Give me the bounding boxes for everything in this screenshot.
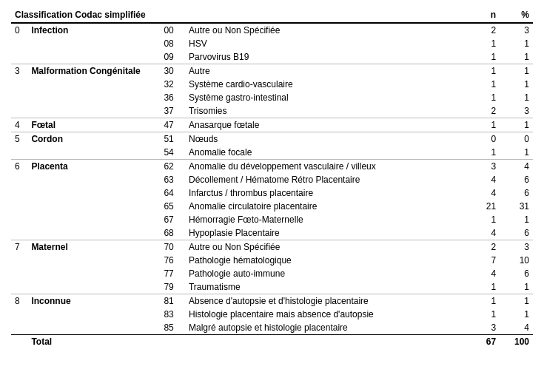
category-number: 5 <box>11 132 27 146</box>
percent-value: 6 <box>500 186 533 200</box>
table-row: 6Placenta62Anomalie du développement vas… <box>11 160 533 174</box>
subcategory-number: 62 <box>160 160 185 174</box>
category-label: Maternel <box>27 240 160 254</box>
subcategory-number: 09 <box>160 50 185 64</box>
category-number <box>11 37 27 50</box>
category-label <box>27 104 160 118</box>
category-number: 3 <box>11 64 27 78</box>
subcategory-number: 76 <box>160 254 185 267</box>
table-row: 85Malgré autopsie et histologie placenta… <box>11 321 533 335</box>
category-number <box>11 226 27 240</box>
subcategory-label: HSV <box>185 37 466 50</box>
table-row: 77Pathologie auto-immune46 <box>11 267 533 280</box>
count-value: 1 <box>466 50 500 64</box>
subcategory-label: Traumatisme <box>185 280 466 294</box>
percent-value: 4 <box>500 321 533 335</box>
percent-value: 1 <box>500 294 533 308</box>
category-number <box>11 50 27 64</box>
percent-value: 6 <box>500 173 533 186</box>
subcategory-label: Malgré autopsie et histologie placentair… <box>185 321 466 335</box>
percent-value: 4 <box>500 160 533 174</box>
count-value: 4 <box>466 267 500 280</box>
category-number: 7 <box>11 240 27 254</box>
subcategory-label: Anomalie focale <box>185 146 466 160</box>
total-row: Total67100 <box>11 335 533 349</box>
percent-value: 10 <box>500 254 533 267</box>
table-row: 63Décollement / Hématome Rétro Placentai… <box>11 173 533 186</box>
percent-value: 1 <box>500 50 533 64</box>
table-row: 4Fœtal47Anasarque fœtale11 <box>11 118 533 132</box>
table-row: 7Maternel70Autre ou Non Spécifiée23 <box>11 240 533 254</box>
table-header-pct: % <box>500 7 533 23</box>
category-label <box>27 213 160 226</box>
category-label <box>27 321 160 335</box>
subcategory-number: 65 <box>160 200 185 213</box>
count-value: 1 <box>466 146 500 160</box>
subcategory-number: 51 <box>160 132 185 146</box>
table-row: 09Parvovirus B1911 <box>11 50 533 64</box>
subcategory-label: Infarctus / thrombus placentaire <box>185 186 466 200</box>
subcategory-number: 63 <box>160 173 185 186</box>
category-number <box>11 78 27 91</box>
category-number <box>11 91 27 104</box>
category-number: 4 <box>11 118 27 132</box>
count-value: 21 <box>466 200 500 213</box>
category-number: 0 <box>11 23 27 37</box>
subcategory-label: Autre ou Non Spécifiée <box>185 23 466 37</box>
subcategory-number: 64 <box>160 186 185 200</box>
category-label <box>27 200 160 213</box>
subcategory-number: 00 <box>160 23 185 37</box>
table-row: 79Traumatisme11 <box>11 280 533 294</box>
category-label <box>27 146 160 160</box>
total-empty-1 <box>11 335 27 349</box>
total-label: Total <box>27 335 160 349</box>
table-header-title: Classification Codac simplifiée <box>11 7 466 23</box>
subcategory-label: Histologie placentaire mais absence d'au… <box>185 308 466 321</box>
percent-value: 1 <box>500 78 533 91</box>
percent-value: 0 <box>500 132 533 146</box>
percent-value: 3 <box>500 240 533 254</box>
count-value: 3 <box>466 321 500 335</box>
category-number <box>11 104 27 118</box>
count-value: 0 <box>466 132 500 146</box>
category-number <box>11 213 27 226</box>
table-row: 54Anomalie focale11 <box>11 146 533 160</box>
table-row: 8Inconnue81Absence d'autopsie et d'histo… <box>11 294 533 308</box>
subcategory-label: Système gastro-intestinal <box>185 91 466 104</box>
percent-value: 3 <box>500 104 533 118</box>
percent-value: 1 <box>500 213 533 226</box>
count-value: 1 <box>466 78 500 91</box>
count-value: 1 <box>466 280 500 294</box>
table-row: 3Malformation Congénitale30Autre11 <box>11 64 533 78</box>
count-value: 4 <box>466 186 500 200</box>
table-row: 83Histologie placentaire mais absence d'… <box>11 308 533 321</box>
subcategory-label: Hypoplasie Placentaire <box>185 226 466 240</box>
category-label <box>27 91 160 104</box>
table-row: 67Hémorragie Fœto-Maternelle11 <box>11 213 533 226</box>
subcategory-label: Pathologie hématologique <box>185 254 466 267</box>
category-number <box>11 321 27 335</box>
subcategory-number: 77 <box>160 267 185 280</box>
category-label <box>27 254 160 267</box>
table-row: 76Pathologie hématologique710 <box>11 254 533 267</box>
percent-value: 1 <box>500 146 533 160</box>
subcategory-number: 08 <box>160 37 185 50</box>
category-label <box>27 267 160 280</box>
count-value: 1 <box>466 213 500 226</box>
category-label: Fœtal <box>27 118 160 132</box>
table-row: 0Infection00Autre ou Non Spécifiée23 <box>11 23 533 37</box>
category-number: 8 <box>11 294 27 308</box>
count-value: 2 <box>466 104 500 118</box>
subcategory-number: 85 <box>160 321 185 335</box>
count-value: 4 <box>466 173 500 186</box>
category-label: Infection <box>27 23 160 37</box>
count-value: 1 <box>466 64 500 78</box>
category-label: Malformation Congénitale <box>27 64 160 78</box>
classification-table: Classification Codac simplifiée n % 0Inf… <box>11 7 533 348</box>
category-number <box>11 280 27 294</box>
category-label <box>27 226 160 240</box>
subcategory-number: 30 <box>160 64 185 78</box>
total-count: 67 <box>466 335 500 349</box>
subcategory-number: 32 <box>160 78 185 91</box>
table-row: 08HSV11 <box>11 37 533 50</box>
